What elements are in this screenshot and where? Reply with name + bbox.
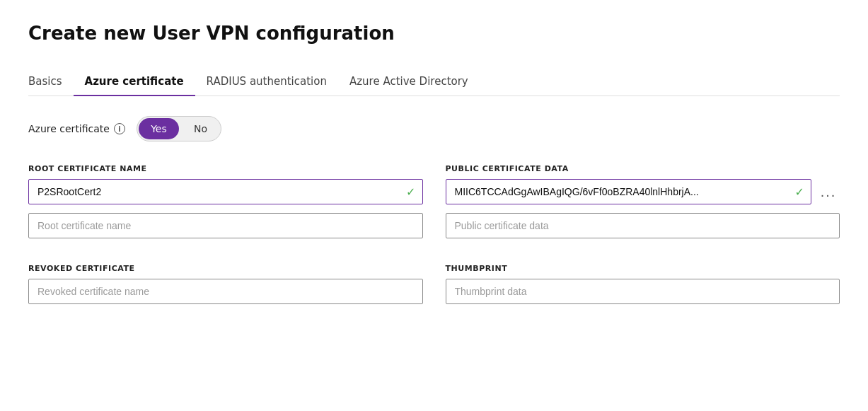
- revoked-thumbprint-section: REVOKED CERTIFICATE THUMBPRINT: [28, 253, 840, 304]
- thumbprint-section: THUMBPRINT: [446, 253, 840, 304]
- revoked-cert-section: REVOKED CERTIFICATE: [28, 253, 423, 304]
- azure-certificate-toggle[interactable]: Yes No: [137, 116, 221, 141]
- root-cert-filled-row: ✓: [28, 179, 423, 204]
- tab-radius-authentication[interactable]: RADIUS authentication: [195, 69, 338, 96]
- public-cert-col-header: PUBLIC CERTIFICATE DATA: [446, 164, 840, 179]
- public-cert-data-input-filled[interactable]: [446, 179, 812, 204]
- tab-basics[interactable]: Basics: [28, 69, 74, 96]
- cert-empty-row: [28, 213, 840, 247]
- toggle-yes-option[interactable]: Yes: [139, 118, 179, 139]
- public-cert-input-wrapper: ✓: [446, 179, 812, 204]
- root-cert-empty-row: [28, 213, 423, 238]
- public-cert-empty-row: [446, 213, 840, 238]
- azure-certificate-label: Azure certificate i: [28, 123, 125, 134]
- revoked-cert-col-header: REVOKED CERTIFICATE: [28, 264, 423, 279]
- revoked-cert-input[interactable]: [28, 279, 423, 304]
- root-cert-col-header: ROOT CERTIFICATE NAME: [28, 164, 423, 179]
- cert-section: ROOT CERTIFICATE NAME PUBLIC CERTIFICATE…: [28, 164, 840, 304]
- public-cert-data-input-empty[interactable]: [446, 213, 840, 238]
- cert-headers-row: ROOT CERTIFICATE NAME PUBLIC CERTIFICATE…: [28, 164, 840, 179]
- cert-filled-row: ✓ ✓ ...: [28, 179, 840, 213]
- root-cert-input-wrapper: ✓: [28, 179, 423, 204]
- public-cert-filled-row: ✓ ...: [446, 179, 840, 204]
- azure-certificate-toggle-row: Azure certificate i Yes No: [28, 116, 840, 141]
- azure-certificate-info-icon[interactable]: i: [114, 123, 125, 134]
- tab-azure-active-directory[interactable]: Azure Active Directory: [338, 69, 480, 96]
- root-cert-name-input-filled[interactable]: [28, 179, 423, 204]
- thumbprint-input[interactable]: [446, 279, 840, 304]
- tab-azure-certificate[interactable]: Azure certificate: [74, 69, 195, 96]
- page-title: Create new User VPN configuration: [28, 23, 840, 44]
- toggle-no-option[interactable]: No: [180, 117, 221, 141]
- thumbprint-col-header: THUMBPRINT: [446, 264, 840, 279]
- root-cert-name-input-empty[interactable]: [28, 213, 423, 238]
- tab-nav: Basics Azure certificate RADIUS authenti…: [28, 69, 840, 96]
- more-options-button[interactable]: ...: [817, 179, 840, 204]
